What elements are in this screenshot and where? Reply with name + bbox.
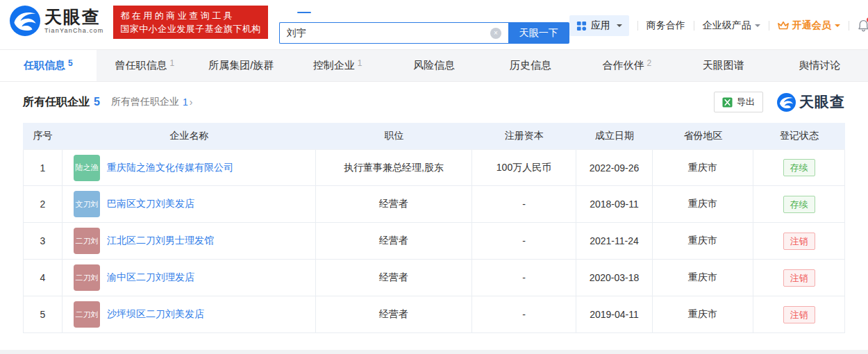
section-count: 5	[94, 96, 100, 108]
page-bottom-strip	[0, 350, 868, 354]
chevron-down-icon	[835, 24, 840, 30]
page-tab[interactable]: 历史信息	[482, 50, 578, 81]
status-badge: 注销	[783, 269, 815, 287]
enterprise-product-menu[interactable]: 企业级产品	[703, 19, 760, 32]
page-tab[interactable]: 风险信息	[386, 50, 483, 81]
search-tab[interactable]	[279, 12, 293, 13]
company-logo: 二刀刘	[74, 301, 100, 328]
row-position: 执行董事兼总经理,股东	[316, 150, 472, 185]
slogan-line2: 国家中小企业发展子基金旗下机构	[120, 22, 261, 35]
divider	[769, 21, 769, 31]
search-tab[interactable]	[333, 12, 347, 13]
export-button[interactable]: 导出	[714, 92, 763, 112]
tab-count: 1	[358, 58, 362, 68]
status-badge: 注销	[783, 306, 815, 323]
search-tabs	[279, 6, 569, 19]
tab-count: 5	[68, 58, 73, 68]
table-row: 4 二刀刘 渝中区二刀刘理发店 经营者 - 2020-03-18 重庆市 注销	[23, 260, 845, 296]
row-seq: 2	[23, 186, 62, 222]
excel-icon	[722, 97, 733, 108]
app-grid-icon	[576, 21, 587, 31]
table-row: 2 文刀刘 巴南区文刀刘美发店 经营者 - 2018-09-11 重庆市 存续	[23, 186, 845, 223]
export-label: 导出	[737, 96, 755, 108]
row-capital: -	[472, 223, 576, 259]
row-date: 2022-09-26	[576, 150, 653, 185]
tab-count: 2	[646, 58, 651, 68]
chevron-right-icon: ›	[190, 96, 193, 108]
row-position: 经营者	[316, 186, 472, 222]
chevron-down-icon	[617, 24, 622, 30]
row-position: 经营者	[316, 260, 472, 296]
row-capital: 100万人民币	[472, 150, 576, 185]
table-body: 1 陆之渔 重庆陆之渔文化传媒有限公司 执行董事兼总经理,股东 100万人民币 …	[23, 149, 845, 333]
former-positions-link[interactable]: 所有曾任职企业 1 ›	[111, 96, 192, 108]
col-position: 职位	[316, 123, 472, 149]
bell-icon	[858, 19, 868, 32]
crown-icon	[778, 21, 789, 31]
status-badge: 存续	[783, 196, 815, 213]
divider	[849, 21, 849, 31]
slogan-banner: 都在用的商业查询工具 国家中小企业发展子基金旗下机构	[113, 6, 268, 39]
row-date: 2021-11-24	[576, 223, 653, 259]
page-tab[interactable]: 曾任职信息 1	[97, 50, 193, 81]
row-region: 重庆市	[653, 223, 753, 259]
row-seq: 4	[23, 260, 62, 296]
header: 天眼查 TianYanCha.com 都在用的商业查询工具 国家中小企业发展子基…	[0, 0, 868, 49]
page-tabs: 任职信息 5 曾任职信息 1 所属集团/族群 控制企业 1 风险信息 历史信息 …	[0, 49, 868, 82]
row-region: 重庆市	[653, 150, 753, 185]
col-status: 登记状态	[753, 123, 845, 149]
table-row: 1 陆之渔 重庆陆之渔文化传媒有限公司 执行董事兼总经理,股东 100万人民币 …	[23, 149, 845, 186]
table-row: 3 二刀刘 江北区二刀刘男士理发馆 经营者 - 2021-11-24 重庆市 注…	[23, 223, 845, 260]
row-capital: -	[472, 186, 576, 222]
row-capital: -	[472, 260, 576, 296]
company-link[interactable]: 江北区二刀刘男士理发馆	[107, 235, 214, 247]
divider	[637, 21, 638, 31]
logo-subtitle: TianYanCha.com	[44, 27, 103, 34]
company-link[interactable]: 渝中区二刀刘理发店	[107, 271, 194, 284]
search-tab[interactable]	[315, 12, 329, 13]
company-link[interactable]: 重庆陆之渔文化传媒有限公司	[107, 162, 233, 174]
row-seq: 5	[23, 296, 62, 332]
tianyancha-logo-icon	[777, 93, 796, 112]
chevron-down-icon	[755, 24, 760, 30]
slogan-line1: 都在用的商业查询工具	[120, 9, 261, 22]
row-date: 2019-04-11	[576, 296, 653, 332]
col-capital: 注册资本	[472, 123, 576, 149]
page-tab[interactable]: 天眼图谱	[675, 50, 771, 81]
section-header: 所有任职企业 5 所有曾任职企业 1 › 导出 天眼查	[23, 91, 845, 113]
search-tab[interactable]	[297, 12, 311, 13]
row-seq: 3	[23, 223, 62, 259]
divider	[694, 21, 694, 31]
business-coop-link[interactable]: 商务合作	[646, 19, 685, 32]
company-link[interactable]: 巴南区文刀刘美发店	[107, 198, 194, 210]
vip-upgrade-menu[interactable]: 开通会员	[778, 19, 840, 32]
notifications-bell[interactable]	[858, 19, 868, 32]
page-tab[interactable]: 合作伙伴 2	[578, 50, 675, 81]
search-button[interactable]: 天眼一下	[508, 22, 569, 44]
table-header: 序号 企业名称 职位 注册资本 成立日期 省份地区 登记状态	[23, 123, 845, 149]
apps-menu[interactable]: 应用	[569, 15, 629, 36]
site-logo[interactable]: 天眼查 TianYanCha.com	[10, 6, 103, 36]
row-seq: 1	[23, 150, 62, 185]
col-company: 企业名称	[62, 123, 316, 149]
col-seq: 序号	[23, 123, 62, 149]
tab-count: 1	[169, 58, 174, 68]
page-tab[interactable]: 控制企业 1	[290, 50, 386, 81]
status-badge: 注销	[783, 233, 815, 250]
clear-search-icon[interactable]: ×	[490, 28, 501, 39]
company-logo: 二刀刘	[74, 264, 100, 291]
page-tab[interactable]: 舆情讨论	[771, 50, 868, 81]
company-logo: 文刀刘	[74, 191, 100, 217]
company-link[interactable]: 沙坪坝区二刀刘美发店	[107, 308, 204, 321]
page-tab[interactable]: 所属集团/族群	[193, 50, 290, 81]
row-capital: -	[472, 296, 576, 332]
status-badge: 存续	[783, 159, 815, 176]
apps-label: 应用	[591, 19, 610, 32]
company-logo: 二刀刘	[74, 228, 100, 254]
positions-table: 序号 企业名称 职位 注册资本 成立日期 省份地区 登记状态 1 陆之渔 重庆陆…	[23, 123, 845, 333]
col-region: 省份地区	[653, 123, 753, 149]
page: 天眼查 TianYanCha.com 都在用的商业查询工具 国家中小企业发展子基…	[0, 0, 868, 354]
row-region: 重庆市	[653, 260, 753, 296]
page-tab[interactable]: 任职信息 5	[0, 50, 97, 81]
search-input[interactable]	[279, 22, 508, 44]
